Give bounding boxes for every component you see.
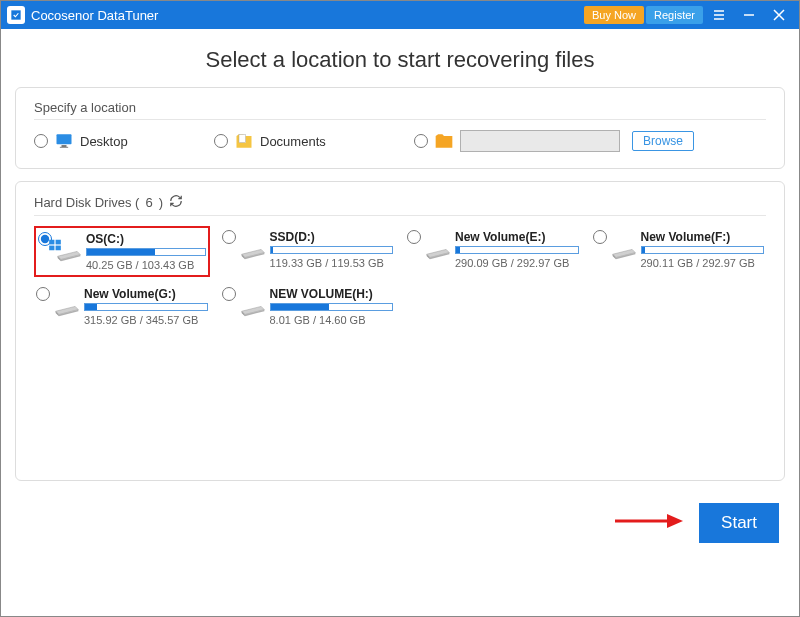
drive-item[interactable]: SSD(D:)119.33 GB / 119.53 GB bbox=[220, 226, 396, 277]
desktop-radio[interactable] bbox=[34, 134, 48, 148]
location-desktop[interactable]: Desktop bbox=[34, 131, 214, 151]
drives-grid: OS(C:)40.25 GB / 103.43 GBSSD(D:)119.33 … bbox=[34, 226, 766, 330]
hard-drive-icon bbox=[425, 240, 451, 262]
drive-size: 8.01 GB / 14.60 GB bbox=[270, 314, 394, 326]
path-input[interactable] bbox=[460, 130, 620, 152]
drive-item[interactable]: New Volume(F:)290.11 GB / 292.97 GB bbox=[591, 226, 767, 277]
refresh-icon[interactable] bbox=[169, 194, 183, 211]
hard-drive-icon bbox=[611, 240, 637, 262]
svg-rect-5 bbox=[56, 240, 61, 245]
location-custom[interactable]: Browse bbox=[414, 130, 766, 152]
drive-size: 119.33 GB / 119.53 GB bbox=[270, 257, 394, 269]
close-icon[interactable] bbox=[765, 1, 793, 29]
documents-label: Documents bbox=[260, 134, 326, 149]
drives-title-prefix: Hard Disk Drives ( bbox=[34, 195, 139, 210]
drive-radio[interactable] bbox=[407, 230, 421, 244]
drive-usage-bar bbox=[270, 303, 394, 311]
svg-rect-2 bbox=[60, 147, 68, 148]
drive-name: SSD(D:) bbox=[270, 230, 394, 244]
location-panel-title: Specify a location bbox=[34, 100, 766, 120]
titlebar-buttons: Buy Now Register bbox=[584, 1, 793, 29]
drives-count: 6 bbox=[145, 195, 152, 210]
drive-item[interactable]: New Volume(E:)290.09 GB / 292.97 GB bbox=[405, 226, 581, 277]
svg-rect-0 bbox=[57, 134, 72, 144]
content: Select a location to start recovering fi… bbox=[1, 29, 799, 557]
documents-icon bbox=[234, 131, 254, 151]
location-row: Desktop Documents Browse bbox=[34, 130, 766, 152]
register-button[interactable]: Register bbox=[646, 6, 703, 24]
svg-rect-3 bbox=[239, 134, 246, 142]
drive-radio[interactable] bbox=[222, 230, 236, 244]
windows-os-icon bbox=[48, 238, 62, 252]
browse-button[interactable]: Browse bbox=[632, 131, 694, 151]
drives-panel: Hard Disk Drives ( 6 ) OS(C:)40.25 GB / … bbox=[15, 181, 785, 481]
drive-name: New Volume(G:) bbox=[84, 287, 208, 301]
desktop-label: Desktop bbox=[80, 134, 128, 149]
app-title: Cocosenor DataTuner bbox=[31, 8, 584, 23]
folder-icon bbox=[434, 131, 454, 151]
drive-usage-bar bbox=[641, 246, 765, 254]
documents-radio[interactable] bbox=[214, 134, 228, 148]
drive-name: NEW VOLUME(H:) bbox=[270, 287, 394, 301]
drive-usage-bar bbox=[270, 246, 394, 254]
svg-rect-4 bbox=[49, 240, 54, 245]
desktop-icon bbox=[54, 131, 74, 151]
drive-size: 40.25 GB / 103.43 GB bbox=[86, 259, 206, 271]
drive-usage-bar bbox=[86, 248, 206, 256]
buy-now-button[interactable]: Buy Now bbox=[584, 6, 644, 24]
titlebar: Cocosenor DataTuner Buy Now Register bbox=[1, 1, 799, 29]
location-panel: Specify a location Desktop Documents bbox=[15, 87, 785, 169]
drive-name: OS(C:) bbox=[86, 232, 206, 246]
drive-usage-bar bbox=[455, 246, 579, 254]
start-button[interactable]: Start bbox=[699, 503, 779, 543]
svg-rect-1 bbox=[62, 145, 67, 147]
minimize-icon[interactable] bbox=[735, 1, 763, 29]
drive-size: 315.92 GB / 345.57 GB bbox=[84, 314, 208, 326]
svg-marker-9 bbox=[667, 514, 683, 528]
drive-name: New Volume(E:) bbox=[455, 230, 579, 244]
footer-row: Start bbox=[15, 493, 785, 543]
drive-item[interactable]: NEW VOLUME(H:)8.01 GB / 14.60 GB bbox=[220, 283, 396, 330]
drive-item[interactable]: New Volume(G:)315.92 GB / 345.57 GB bbox=[34, 283, 210, 330]
location-documents[interactable]: Documents bbox=[214, 131, 414, 151]
drive-size: 290.09 GB / 292.97 GB bbox=[455, 257, 579, 269]
drives-panel-title: Hard Disk Drives ( 6 ) bbox=[34, 194, 766, 216]
drive-size: 290.11 GB / 292.97 GB bbox=[641, 257, 765, 269]
app-logo-icon bbox=[7, 6, 25, 24]
page-title: Select a location to start recovering fi… bbox=[15, 29, 785, 87]
hard-drive-icon bbox=[240, 297, 266, 319]
svg-rect-7 bbox=[56, 246, 61, 251]
svg-rect-6 bbox=[49, 246, 54, 251]
drive-radio[interactable] bbox=[593, 230, 607, 244]
drive-radio[interactable] bbox=[36, 287, 50, 301]
hard-drive-icon bbox=[56, 242, 82, 264]
custom-radio[interactable] bbox=[414, 134, 428, 148]
hard-drive-icon bbox=[54, 297, 80, 319]
drive-item[interactable]: OS(C:)40.25 GB / 103.43 GB bbox=[34, 226, 210, 277]
drives-title-suffix: ) bbox=[159, 195, 163, 210]
drive-usage-bar bbox=[84, 303, 208, 311]
arrow-annotation-icon bbox=[613, 511, 683, 535]
drive-radio[interactable] bbox=[222, 287, 236, 301]
menu-icon[interactable] bbox=[705, 1, 733, 29]
drive-name: New Volume(F:) bbox=[641, 230, 765, 244]
hard-drive-icon bbox=[240, 240, 266, 262]
